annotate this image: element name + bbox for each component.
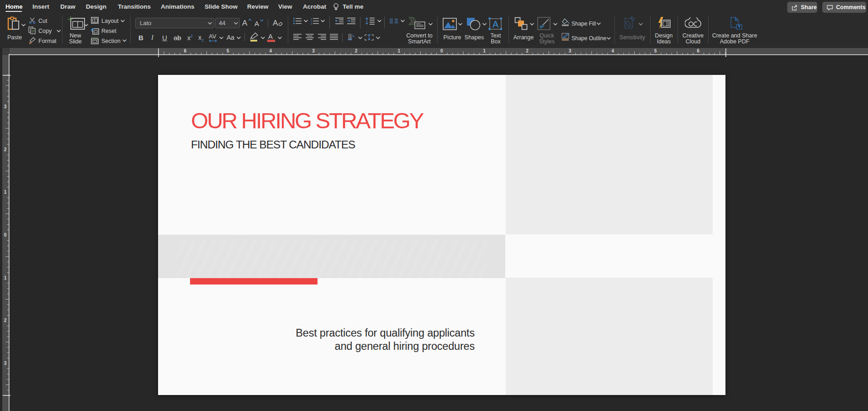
- svg-text:2: 2: [4, 147, 7, 152]
- svg-text:2: 2: [355, 48, 358, 53]
- svg-text:4: 4: [611, 48, 614, 53]
- svg-text:5: 5: [654, 48, 657, 53]
- svg-text:3: 3: [4, 104, 7, 109]
- svg-text:2: 2: [526, 48, 529, 53]
- svg-text:A: A: [352, 34, 355, 38]
- svg-text:3: 3: [4, 361, 7, 366]
- svg-text:2: 2: [4, 318, 7, 323]
- svg-text:A: A: [492, 19, 499, 29]
- svg-text:3: 3: [312, 48, 315, 53]
- svg-text:0: 0: [440, 48, 443, 53]
- svg-text:3: 3: [569, 48, 572, 53]
- svg-text:4: 4: [270, 48, 272, 53]
- svg-text:5: 5: [227, 48, 229, 53]
- svg-text:6: 6: [184, 48, 186, 53]
- svg-text:3: 3: [311, 22, 312, 25]
- svg-text:1: 1: [4, 275, 7, 280]
- svg-text:6: 6: [697, 48, 700, 53]
- svg-text:1: 1: [4, 190, 7, 195]
- svg-text:0: 0: [4, 232, 7, 237]
- svg-text:1: 1: [483, 48, 486, 53]
- svg-text:1: 1: [397, 48, 400, 53]
